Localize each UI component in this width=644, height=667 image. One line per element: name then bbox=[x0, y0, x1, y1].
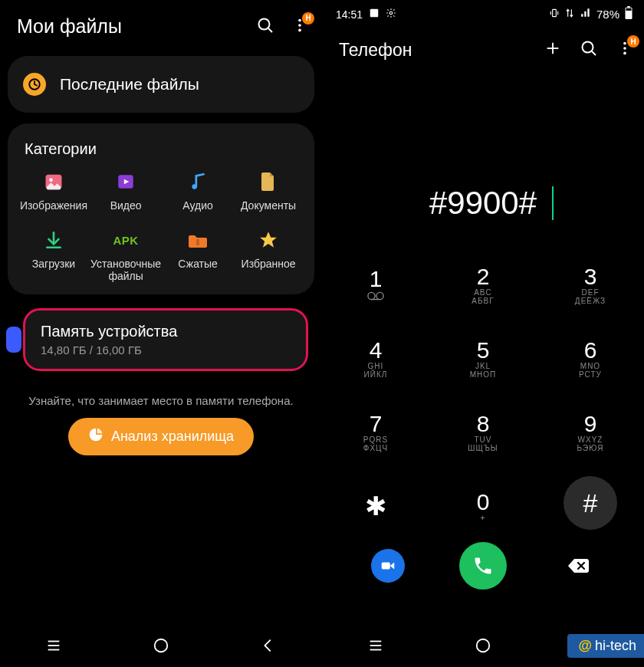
status-bar: 14:51 78% bbox=[322, 0, 644, 25]
svg-rect-21 bbox=[553, 9, 557, 16]
key-digit: 3 bbox=[584, 265, 597, 288]
key-7[interactable]: 7PQRSФХЦЧ bbox=[322, 402, 429, 462]
category-images[interactable]: Изображения bbox=[20, 170, 87, 212]
key-5[interactable]: 5JKLМНОП bbox=[429, 329, 537, 389]
home-nav-icon[interactable] bbox=[475, 637, 491, 654]
key-6[interactable]: 6MNOРСТУ bbox=[537, 329, 644, 389]
svg-line-1 bbox=[268, 28, 272, 32]
images-icon bbox=[42, 170, 65, 193]
key-3[interactable]: 3DEFДЕЁЖЗ bbox=[537, 255, 644, 315]
keypad: 12ABCАБВГ3DEFДЕЁЖЗ4GHIИЙКЛ5JKLМНОП6MNOРС… bbox=[322, 255, 644, 536]
svg-marker-14 bbox=[260, 232, 277, 248]
key-4[interactable]: 4GHIИЙКЛ bbox=[322, 329, 429, 389]
category-archives[interactable]: Сжатые bbox=[164, 228, 232, 282]
device-storage-card[interactable]: Память устройства 14,80 ГБ / 16,00 ГБ bbox=[23, 308, 308, 371]
call-button[interactable] bbox=[459, 542, 507, 590]
svg-point-10 bbox=[192, 184, 197, 189]
back-nav-icon[interactable] bbox=[260, 637, 277, 654]
key-letters: PQRSФХЦЧ bbox=[363, 435, 388, 452]
pie-chart-icon bbox=[88, 427, 104, 446]
video-call-button[interactable] bbox=[371, 549, 405, 583]
video-icon bbox=[114, 170, 137, 193]
clock-icon bbox=[23, 73, 46, 96]
svg-point-20 bbox=[389, 12, 393, 15]
key-digit: # bbox=[583, 490, 598, 516]
settings-status-icon bbox=[386, 8, 396, 21]
recents-nav-icon[interactable] bbox=[45, 637, 62, 654]
analyze-storage-button[interactable]: Анализ хранилища bbox=[68, 418, 254, 455]
watermark-text: hi-tech bbox=[595, 638, 636, 654]
svg-rect-26 bbox=[626, 8, 631, 11]
status-right: 78% bbox=[549, 6, 633, 22]
category-downloads[interactable]: Загрузки bbox=[20, 228, 87, 282]
battery-icon bbox=[624, 6, 633, 22]
more-menu[interactable]: Н bbox=[616, 40, 633, 60]
voicemail-icon bbox=[367, 291, 384, 303]
storage-section: Память устройства 14,80 ГБ / 16,00 ГБ bbox=[0, 308, 322, 371]
category-label: Установочные файлы bbox=[90, 258, 161, 282]
search-icon[interactable] bbox=[580, 39, 598, 61]
phone-dialer-screen: 14:51 78% Телефон bbox=[322, 0, 644, 667]
category-video[interactable]: Видео bbox=[90, 170, 161, 212]
key-hash[interactable]: # bbox=[564, 476, 617, 530]
recents-nav-icon[interactable] bbox=[367, 637, 384, 654]
storage-hint: Узнайте, что занимает место в памяти тел… bbox=[15, 394, 307, 407]
home-nav-icon[interactable] bbox=[153, 637, 169, 654]
key-letters: MNOРСТУ bbox=[579, 362, 602, 379]
key-letters: ABCАБВГ bbox=[472, 288, 494, 305]
key-0[interactable]: 0+ bbox=[429, 476, 537, 536]
key-letters: WXYZЬЭЮЯ bbox=[577, 435, 604, 452]
add-icon[interactable] bbox=[544, 40, 561, 60]
more-icon bbox=[291, 23, 308, 36]
key-digit: 8 bbox=[477, 412, 490, 435]
svg-point-34 bbox=[368, 292, 375, 299]
categories-card: Категории ИзображенияВидеоАудиоДокументы… bbox=[8, 123, 314, 294]
key-letters: DEFДЕЁЖЗ bbox=[575, 288, 606, 305]
storage-subtitle: 14,80 ГБ / 16,00 ГБ bbox=[41, 343, 291, 356]
svg-point-35 bbox=[376, 292, 383, 299]
fav-icon bbox=[257, 228, 280, 251]
backspace-button[interactable] bbox=[561, 557, 595, 575]
svg-line-30 bbox=[592, 51, 596, 55]
watermark: @ hi-tech bbox=[567, 634, 644, 658]
status-left: 14:51 bbox=[336, 8, 396, 21]
key-9[interactable]: 9WXYZЬЭЮЯ bbox=[537, 402, 644, 462]
key-digit: 1 bbox=[370, 268, 383, 291]
search-icon[interactable] bbox=[256, 16, 274, 38]
dialer-header: Телефон Н bbox=[322, 25, 644, 70]
key-2[interactable]: 2ABCАБВГ bbox=[429, 255, 537, 315]
key-1[interactable]: 1 bbox=[322, 255, 429, 315]
recent-files-label: Последние файлы bbox=[60, 75, 199, 94]
category-audio[interactable]: Аудио bbox=[164, 170, 232, 212]
more-menu[interactable]: Н bbox=[291, 17, 308, 37]
archives-icon bbox=[186, 228, 209, 251]
dialer-title: Телефон bbox=[339, 40, 412, 61]
svg-point-2 bbox=[298, 18, 301, 21]
key-digit: 6 bbox=[584, 339, 597, 362]
dialer-action-row bbox=[322, 542, 644, 590]
watermark-at: @ bbox=[578, 638, 592, 654]
category-apk[interactable]: APKУстановочные файлы bbox=[90, 228, 161, 282]
storage-title: Память устройства bbox=[41, 323, 291, 340]
category-label: Документы bbox=[241, 199, 296, 212]
nav-bar-left bbox=[0, 624, 322, 667]
battery-text: 78% bbox=[596, 8, 619, 21]
recent-files-card[interactable]: Последние файлы bbox=[8, 56, 314, 113]
notification-badge: Н bbox=[627, 35, 639, 48]
svg-rect-19 bbox=[370, 9, 379, 18]
categories-grid: ИзображенияВидеоАудиоДокументыЗагрузкиAP… bbox=[20, 170, 302, 282]
category-fav[interactable]: Избранное bbox=[235, 228, 302, 282]
key-8[interactable]: 8TUVШЩЪЫ bbox=[429, 402, 537, 462]
svg-point-29 bbox=[583, 42, 593, 53]
category-docs[interactable]: Документы bbox=[235, 170, 302, 212]
signal-icon bbox=[580, 8, 592, 21]
key-star[interactable]: ✱ bbox=[322, 476, 429, 536]
category-label: Видео bbox=[110, 199, 142, 212]
svg-point-44 bbox=[477, 639, 490, 652]
key-digit: 4 bbox=[370, 339, 383, 362]
svg-point-4 bbox=[298, 28, 301, 31]
storage-indicator bbox=[6, 327, 21, 353]
svg-point-3 bbox=[298, 24, 301, 27]
files-title: Мои файлы bbox=[17, 15, 122, 38]
gallery-status-icon bbox=[369, 8, 380, 21]
